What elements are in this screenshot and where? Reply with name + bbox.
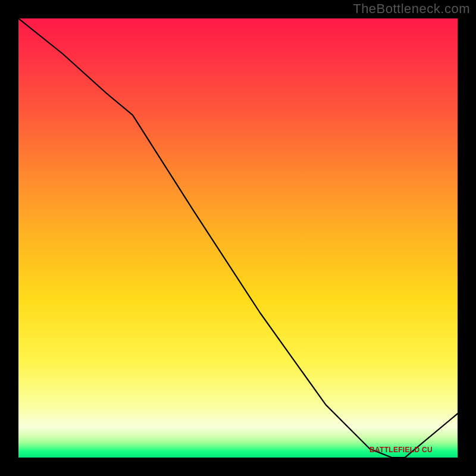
chart-frame: TheBottleneck.com BATTLEFIELD CU: [0, 0, 476, 476]
x-axis-annotation: BATTLEFIELD CU: [369, 446, 433, 454]
watermark-text: TheBottleneck.com: [353, 1, 470, 17]
plot-area: BATTLEFIELD CU: [18, 18, 458, 458]
bottleneck-curve: [18, 18, 458, 458]
curve-path: [18, 18, 458, 458]
